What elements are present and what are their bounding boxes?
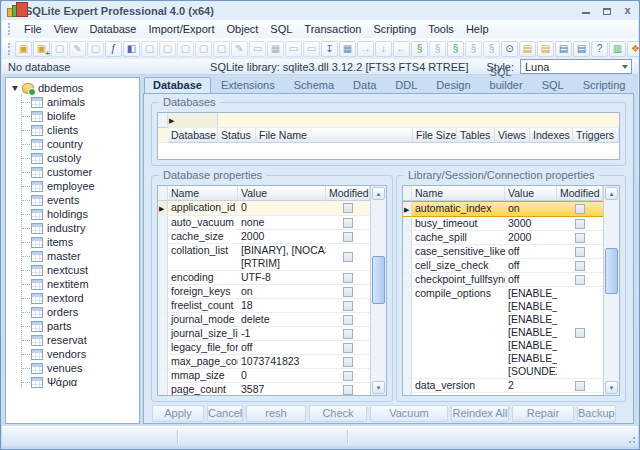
scroll-down-icon[interactable]: ▼	[372, 381, 385, 394]
column-header[interactable]: File Size	[413, 128, 457, 143]
tree-item-table[interactable]: events	[22, 193, 139, 207]
tab-database[interactable]: Database	[144, 77, 211, 93]
column-header-value[interactable]: Value	[505, 186, 557, 201]
detach-database-icon[interactable]: ▤	[573, 41, 590, 57]
scroll-down-icon[interactable]: ▼	[605, 381, 618, 394]
timer-icon[interactable]: ⊙	[501, 41, 518, 57]
column-header[interactable]: Views	[495, 128, 530, 143]
tree-item-table[interactable]: vendors	[22, 347, 139, 361]
tree-item-table[interactable]: employee	[22, 179, 139, 193]
menu-file[interactable]: File	[18, 21, 48, 37]
tree-item-table[interactable]: clients	[22, 123, 139, 137]
load-extension-icon[interactable]: ↧	[321, 41, 338, 57]
grid-view-icon[interactable]: ▦	[267, 41, 284, 57]
restructure-icon[interactable]: ▭	[249, 41, 266, 57]
rollback-transaction-icon[interactable]: §	[447, 41, 464, 57]
menu-scripting[interactable]: Scripting	[367, 21, 422, 37]
go-last-icon[interactable]: ↓	[375, 41, 392, 57]
maximize-button[interactable]	[601, 5, 612, 16]
tree-item-table[interactable]: orders	[22, 305, 139, 319]
column-header[interactable]: Status	[218, 128, 256, 143]
tree-item-table[interactable]: biolife	[22, 109, 139, 123]
tree-item-table[interactable]: venues	[22, 361, 139, 375]
vertical-scrollbar[interactable]: ▲ ▼	[370, 186, 386, 395]
script-save-icon[interactable]: §	[465, 41, 482, 57]
tab-scripting[interactable]: Scripting	[574, 77, 635, 93]
modify-icon[interactable]: ✎	[231, 41, 248, 57]
style-select[interactable]: Luna	[520, 59, 632, 74]
export-wizard-icon[interactable]: ▤	[537, 41, 554, 57]
check-updates-icon[interactable]: ▥	[609, 41, 626, 57]
begin-transaction-icon[interactable]: §	[411, 41, 428, 57]
column-header[interactable]: Triggers	[573, 128, 619, 143]
column-header[interactable]: Tables	[457, 128, 495, 143]
form-view-icon[interactable]: ▭	[285, 41, 302, 57]
new-table-icon[interactable]: ▢	[141, 41, 158, 57]
backup-button[interactable]: Backup	[577, 405, 616, 422]
new-view-icon[interactable]: ▢	[195, 41, 212, 57]
tab-sql[interactable]: SQL	[533, 77, 573, 93]
drop-table-icon[interactable]: ▢	[177, 41, 194, 57]
tree-item-table[interactable]: nextcust	[22, 263, 139, 277]
go-next-icon[interactable]: →	[357, 41, 374, 57]
tree-item-table[interactable]: nextitem	[22, 277, 139, 291]
tree-item-table[interactable]: animals	[22, 95, 139, 109]
scrollbar-thumb[interactable]	[372, 256, 385, 304]
tab-ddl[interactable]: DDL	[386, 77, 426, 93]
tab-sql-builder[interactable]: SQL builder	[481, 64, 532, 93]
resize-grip[interactable]	[626, 434, 636, 444]
tree-item-table[interactable]: customer	[22, 165, 139, 179]
scroll-up-icon[interactable]: ▲	[372, 187, 385, 200]
menu-transaction[interactable]: Transaction	[298, 21, 367, 37]
style-settings-icon[interactable]: ❖	[627, 41, 640, 57]
menu-help[interactable]: Help	[460, 21, 495, 37]
vacuum-button[interactable]: Vacuum	[370, 405, 448, 422]
go-prior-icon[interactable]: ←	[393, 41, 410, 57]
tree-item-table[interactable]: reservat	[22, 333, 139, 347]
tree-item-database-root[interactable]: dbdemos	[6, 81, 139, 95]
import-wizard-icon[interactable]: ▤	[519, 41, 536, 57]
menu-view[interactable]: View	[48, 21, 84, 37]
rename-database-icon[interactable]: ✎	[69, 41, 86, 57]
column-header-name[interactable]: Name	[168, 186, 238, 201]
new-window-icon[interactable]: ▭	[303, 41, 320, 57]
tree-item-table[interactable]: items	[22, 235, 139, 249]
scroll-up-icon[interactable]: ▲	[605, 187, 618, 200]
column-header-modified[interactable]: Modified	[326, 186, 370, 201]
sql-functions-icon[interactable]: ƒ	[105, 41, 122, 57]
open-database-icon[interactable]: ▣	[15, 41, 32, 57]
menu-database[interactable]: Database	[83, 21, 142, 37]
repair-button[interactable]: Repair	[512, 405, 574, 422]
apply-button[interactable]: Apply	[152, 405, 204, 422]
tab-schema[interactable]: Schema	[285, 77, 343, 93]
tab-design[interactable]: Design	[427, 77, 479, 93]
exit-icon[interactable]: ◧	[123, 41, 140, 57]
tree-item-table[interactable]: industry	[22, 221, 139, 235]
scrollbar-thumb[interactable]	[605, 248, 618, 294]
encrypt-database-icon[interactable]: ▢	[87, 41, 104, 57]
column-header-value[interactable]: Value	[238, 186, 326, 201]
tab-data[interactable]: Data	[344, 77, 385, 93]
collapse-arrow-icon[interactable]	[12, 86, 18, 91]
tree-item-table[interactable]: custoly	[22, 151, 139, 165]
refresh-button[interactable]: resh	[246, 405, 306, 422]
cancel-button[interactable]: Cancel	[207, 405, 243, 422]
new-database-icon[interactable]: ▣ +	[33, 41, 50, 57]
edit-view-icon[interactable]: ▢	[213, 41, 230, 57]
close-button[interactable]: x	[622, 5, 633, 16]
tree-item-table[interactable]: holdings	[22, 207, 139, 221]
column-header-modified[interactable]: Modified	[557, 186, 603, 201]
check-button[interactable]: Check	[309, 405, 367, 422]
column-header[interactable]: Database	[168, 128, 218, 143]
vertical-scrollbar[interactable]: ▲ ▼	[603, 186, 619, 395]
tab-extensions[interactable]: Extensions	[212, 77, 284, 93]
tree-item-table[interactable]: master	[22, 249, 139, 263]
script-open-icon[interactable]: §	[483, 41, 500, 57]
reindex-all-tables-button[interactable]: Reindex All Tables	[451, 405, 509, 422]
column-header[interactable]: File Name	[256, 128, 413, 143]
attach-database-icon[interactable]: ▤	[555, 41, 572, 57]
close-database-icon[interactable]: ▢	[51, 41, 68, 57]
help-icon[interactable]: ?	[591, 41, 608, 57]
tree-item-table[interactable]: country	[22, 137, 139, 151]
tree-item-table[interactable]: parts	[22, 319, 139, 333]
